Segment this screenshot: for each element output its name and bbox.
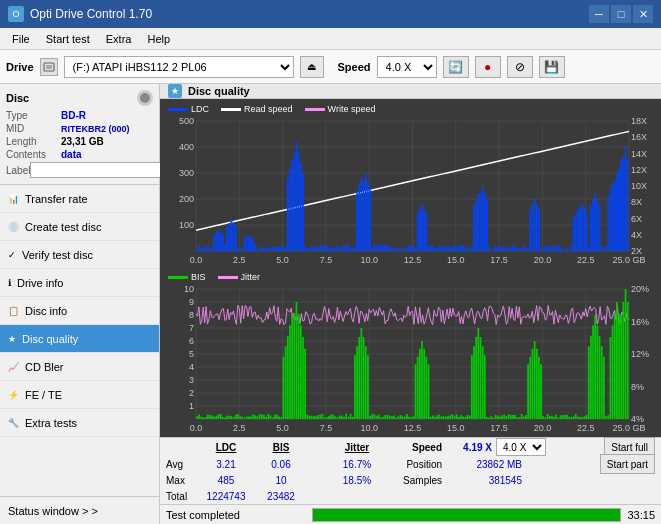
- status-text: Test completed: [166, 509, 306, 521]
- nav-disc-info[interactable]: 📋 Disc info: [0, 297, 159, 325]
- nav-verify-test[interactable]: ✓ Verify test disc: [0, 241, 159, 269]
- label-input[interactable]: [30, 162, 163, 178]
- menu-start-test[interactable]: Start test: [38, 31, 98, 47]
- nav-transfer-rate-label: Transfer rate: [25, 193, 88, 205]
- nav-cd-bler-label: CD Bler: [25, 361, 64, 373]
- speed-value: 4.19 X: [442, 442, 492, 453]
- write-legend-label: Write speed: [328, 104, 376, 114]
- nav-cd-bler[interactable]: 📈 CD Bler: [0, 353, 159, 381]
- disc-info-icon: 📋: [8, 306, 19, 316]
- stats-header-row: LDC BIS Jitter Speed 4.19 X 4.0 X Start …: [160, 438, 661, 456]
- cd-bler-icon: 📈: [8, 362, 19, 372]
- ldc-legend-item: LDC: [168, 104, 209, 114]
- speed-select-container: 4.0 X: [496, 438, 546, 456]
- drive-label: Drive: [6, 61, 34, 73]
- disc-quality-header: ★ Disc quality: [160, 84, 661, 99]
- jitter-legend-item: Jitter: [218, 272, 261, 282]
- ldc-legend-color: [168, 108, 188, 111]
- minimize-button[interactable]: ─: [589, 5, 609, 23]
- jitter-legend-label: Jitter: [241, 272, 261, 282]
- refresh-button[interactable]: 🔄: [443, 56, 469, 78]
- total-bis: 23482: [256, 491, 306, 502]
- menu-extra[interactable]: Extra: [98, 31, 140, 47]
- avg-ldc: 3.21: [196, 459, 256, 470]
- nav-disc-quality[interactable]: ★ Disc quality: [0, 325, 159, 353]
- read-legend-label: Read speed: [244, 104, 293, 114]
- erase-button[interactable]: ⊘: [507, 56, 533, 78]
- read-legend-color: [221, 108, 241, 111]
- nav-create-test-label: Create test disc: [25, 221, 101, 233]
- read-legend-item: Read speed: [221, 104, 293, 114]
- nav-create-test[interactable]: 💿 Create test disc: [0, 213, 159, 241]
- nav-extra-tests-label: Extra tests: [25, 417, 77, 429]
- extra-tests-icon: 🔧: [8, 418, 19, 428]
- maximize-button[interactable]: □: [611, 5, 631, 23]
- lower-legend: BIS Jitter: [164, 269, 657, 285]
- upper-chart-container: LDC Read speed Write speed: [164, 101, 657, 267]
- upper-chart-canvas: [164, 117, 657, 267]
- nav-disc-info-label: Disc info: [25, 305, 67, 317]
- type-label: Type: [6, 110, 61, 121]
- eject-button[interactable]: ⏏: [300, 56, 324, 78]
- status-window-label: Status window > >: [8, 505, 98, 517]
- stats-total-row: Total 1224743 23482: [160, 488, 661, 504]
- write-legend-item: Write speed: [305, 104, 376, 114]
- max-ldc: 485: [196, 475, 256, 486]
- bis-legend-color: [168, 276, 188, 279]
- contents-value: data: [61, 149, 82, 160]
- samples-label: Samples: [392, 475, 442, 486]
- disc-quality-title: Disc quality: [188, 85, 250, 97]
- disc-panel-title: Disc: [6, 92, 29, 104]
- upper-chart: [164, 117, 657, 267]
- progress-bar-fill: [313, 509, 620, 521]
- title-bar: O Opti Drive Control 1.70 ─ □ ✕: [0, 0, 661, 28]
- disc-panel: Disc Type BD-R MID RITEKBR2 (000) Length…: [0, 84, 159, 185]
- window-controls: ─ □ ✕: [589, 5, 653, 23]
- max-label: Max: [166, 475, 196, 486]
- menu-file[interactable]: File: [4, 31, 38, 47]
- ldc-header: LDC: [196, 442, 256, 453]
- start-part-button[interactable]: Start part: [600, 454, 655, 474]
- avg-jitter: 16.7%: [322, 459, 392, 470]
- sidebar: Disc Type BD-R MID RITEKBR2 (000) Length…: [0, 84, 160, 524]
- samples-value: 381545: [442, 475, 522, 486]
- nav-disc-quality-label: Disc quality: [22, 333, 78, 345]
- nav-fe-te[interactable]: ⚡ FE / TE: [0, 381, 159, 409]
- nav-drive-info[interactable]: ℹ Drive info: [0, 269, 159, 297]
- menu-help[interactable]: Help: [139, 31, 178, 47]
- content-area: ★ Disc quality LDC Read speed: [160, 84, 661, 524]
- create-test-icon: 💿: [8, 222, 19, 232]
- upper-legend: LDC Read speed Write speed: [164, 101, 657, 117]
- stats-max-row: Max 485 10 18.5% Samples 381545: [160, 472, 661, 488]
- max-jitter: 18.5%: [322, 475, 392, 486]
- main-layout: Disc Type BD-R MID RITEKBR2 (000) Length…: [0, 84, 661, 524]
- save-button[interactable]: 💾: [539, 56, 565, 78]
- menu-bar: File Start test Extra Help: [0, 28, 661, 50]
- record-button[interactable]: ●: [475, 56, 501, 78]
- disc-panel-icon: [137, 90, 153, 106]
- status-window-button[interactable]: Status window > >: [0, 496, 159, 524]
- speed-select[interactable]: 4.0 X: [496, 438, 546, 456]
- disc-quality-icon: ★: [8, 334, 16, 344]
- mid-value: RITEKBR2 (000): [61, 124, 130, 134]
- label-field-label: Label: [6, 165, 30, 176]
- close-button[interactable]: ✕: [633, 5, 653, 23]
- length-label: Length: [6, 136, 61, 147]
- speed-header-label: Speed: [392, 442, 442, 453]
- bis-header: BIS: [256, 442, 306, 453]
- write-legend-color: [305, 108, 325, 111]
- speed-select[interactable]: 4.0 X: [377, 56, 437, 78]
- stats-avg-row: Avg 3.21 0.06 16.7% Position 23862 MB St…: [160, 456, 661, 472]
- nav-verify-test-label: Verify test disc: [22, 249, 93, 261]
- lower-chart: [164, 285, 657, 435]
- nav-extra-tests[interactable]: 🔧 Extra tests: [0, 409, 159, 437]
- nav-transfer-rate[interactable]: 📊 Transfer rate: [0, 185, 159, 213]
- avg-bis: 0.06: [256, 459, 306, 470]
- bottom-bar: Test completed 33:15: [160, 504, 661, 524]
- nav-items: 📊 Transfer rate 💿 Create test disc ✓ Ver…: [0, 185, 159, 496]
- avg-label: Avg: [166, 459, 196, 470]
- lower-chart-canvas: [164, 285, 657, 435]
- drive-select[interactable]: (F:) ATAPI iHBS112 2 PL06: [64, 56, 294, 78]
- disc-quality-header-icon: ★: [168, 84, 182, 98]
- charts-area: LDC Read speed Write speed: [160, 99, 661, 437]
